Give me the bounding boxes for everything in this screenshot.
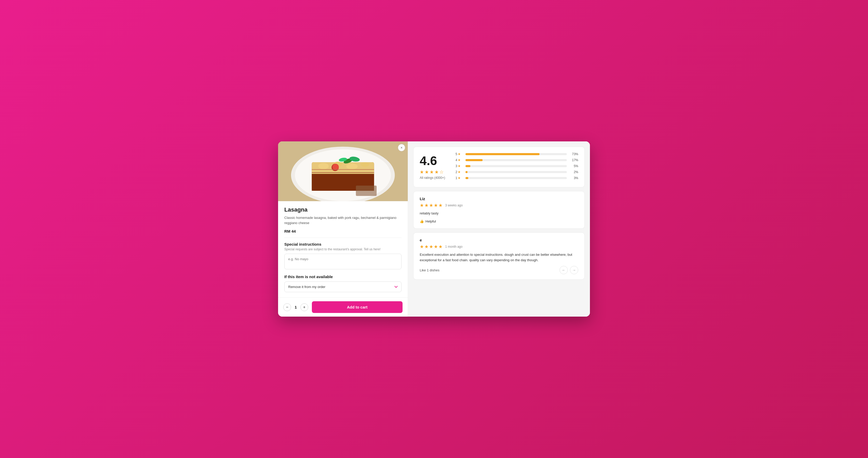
- svg-rect-18: [356, 186, 377, 196]
- food-image-wrapper: ×: [278, 142, 408, 201]
- bar-fill-5: [465, 153, 539, 155]
- bar-star-5: ★: [458, 152, 461, 156]
- bar-fill-4: [465, 159, 483, 161]
- bar-star-1: ★: [458, 176, 461, 180]
- svg-point-6: [318, 163, 329, 169]
- unavailable-label: If this item is not available: [284, 274, 402, 279]
- divider-1: [284, 238, 402, 238]
- star-2: ★: [425, 169, 429, 175]
- bar-track-2: [465, 171, 567, 173]
- bar-label-1: 1★: [456, 176, 463, 180]
- bar-row-5: 5★ 73%: [456, 152, 578, 156]
- increment-button[interactable]: +: [301, 303, 308, 311]
- special-instructions-sublabel: Special requests are subject to the rest…: [284, 247, 402, 251]
- like-text-2: Like 1 dishes: [420, 268, 439, 272]
- bar-label-2: 2★: [456, 170, 463, 174]
- quantity-value: 1: [294, 305, 298, 309]
- bar-star-2: ★: [458, 170, 461, 174]
- helpful-button-1[interactable]: 👍 Helpful: [420, 219, 436, 223]
- add-to-cart-button[interactable]: Add to cart: [312, 301, 403, 313]
- star-3: ★: [430, 169, 434, 175]
- star-1: ★: [420, 169, 424, 175]
- rating-card: 4.6 ★ ★ ★ ★ ☆ All ratings (4000+) 5★ 73%: [413, 147, 585, 187]
- r2-star-2: ★: [424, 244, 429, 249]
- bar-pct-4: 17%: [569, 158, 578, 162]
- unavailable-select[interactable]: Remove it from my order: [284, 281, 402, 292]
- left-content: Lasagna Classic homemade lasagna, baked …: [278, 201, 408, 297]
- dish-description: Classic homemade lasagna, baked with por…: [284, 215, 402, 225]
- rating-count: All ratings (4000+): [420, 176, 445, 180]
- review-text-2: Excellent execution and attention to spe…: [420, 252, 578, 263]
- quantity-control: − 1 +: [283, 303, 308, 311]
- svg-point-9: [361, 162, 369, 167]
- review-meta-2: ★ ★ ★ ★ ★ 1 month ago: [420, 244, 578, 249]
- r1-star-3: ★: [429, 203, 433, 208]
- bar-row-4: 4★ 17%: [456, 158, 578, 162]
- review-actions-2: Like 1 dishes ← →: [420, 266, 578, 274]
- review-stars-1: ★ ★ ★ ★ ★: [420, 203, 442, 208]
- reviewer-name-1: Liz: [420, 196, 578, 201]
- left-panel: × Lasagna Classic homemade lasagna, bake…: [278, 142, 408, 316]
- rating-score: 4.6: [420, 155, 445, 167]
- bar-track-3: [465, 165, 567, 167]
- bar-pct-5: 73%: [569, 152, 578, 156]
- nav-arrows: ← →: [560, 266, 578, 274]
- special-instructions-label: Special instructions: [284, 242, 402, 246]
- r2-star-1: ★: [420, 244, 424, 249]
- review-stars-2: ★ ★ ★ ★ ★: [420, 244, 442, 249]
- review-card-1: Liz ★ ★ ★ ★ ★ 3 weeks ago reliably tasty…: [413, 191, 585, 229]
- bars-section: 5★ 73% 4★ 17% 3★ 5% 2★: [456, 152, 578, 182]
- svg-point-8: [346, 163, 358, 169]
- dish-name: Lasagna: [284, 206, 402, 213]
- review-card-2: e ★ ★ ★ ★ ★ 1 month ago Excellent execut…: [413, 233, 585, 280]
- reviewer-name-2: e: [420, 238, 578, 242]
- bar-track-4: [465, 159, 567, 161]
- bottom-bar: − 1 + Add to cart: [278, 297, 408, 316]
- review-actions-1: 👍 Helpful: [420, 219, 578, 223]
- bar-row-2: 2★ 2%: [456, 170, 578, 174]
- bar-star-3: ★: [458, 164, 461, 168]
- bar-track-5: [465, 153, 567, 155]
- thumbs-up-icon: 👍: [420, 219, 424, 223]
- helpful-label-1: Helpful: [426, 219, 436, 223]
- review-time-2: 1 month ago: [445, 245, 463, 248]
- bar-pct-1: 3%: [569, 176, 578, 180]
- bar-label-3: 3★: [456, 164, 463, 168]
- star-5-half: ☆: [439, 169, 444, 175]
- special-instructions-input[interactable]: [284, 254, 402, 269]
- review-text-1: reliably tasty: [420, 211, 578, 216]
- bar-row-3: 3★ 5%: [456, 164, 578, 168]
- prev-arrow[interactable]: ←: [560, 266, 568, 274]
- food-image: [278, 142, 408, 201]
- bar-label-5: 5★: [456, 152, 463, 156]
- decrement-button[interactable]: −: [283, 303, 291, 311]
- review-time-1: 3 weeks ago: [445, 204, 463, 207]
- star-4: ★: [435, 169, 439, 175]
- modal-container: × Lasagna Classic homemade lasagna, bake…: [278, 142, 590, 316]
- close-button[interactable]: ×: [398, 144, 405, 151]
- r2-star-4: ★: [434, 244, 438, 249]
- r1-star-5: ★: [438, 203, 442, 208]
- bar-fill-2: [465, 171, 467, 173]
- rating-summary: 4.6 ★ ★ ★ ★ ☆ All ratings (4000+): [420, 155, 445, 180]
- bars-container: 5★ 73% 4★ 17% 3★ 5% 2★: [456, 152, 578, 180]
- r2-star-5: ★: [438, 244, 442, 249]
- bar-track-1: [465, 177, 567, 179]
- r1-star-2: ★: [424, 203, 429, 208]
- right-panel: 4.6 ★ ★ ★ ★ ☆ All ratings (4000+) 5★ 73%: [408, 142, 590, 316]
- bar-star-4: ★: [458, 158, 461, 162]
- r2-star-3: ★: [429, 244, 433, 249]
- rating-stars: ★ ★ ★ ★ ☆: [420, 169, 445, 175]
- dish-price: RM 44: [284, 229, 402, 234]
- next-arrow[interactable]: →: [570, 266, 578, 274]
- bar-row-1: 1★ 3%: [456, 176, 578, 180]
- bar-label-4: 4★: [456, 158, 463, 162]
- r1-star-1: ★: [420, 203, 424, 208]
- bar-pct-2: 2%: [569, 170, 578, 174]
- review-meta-1: ★ ★ ★ ★ ★ 3 weeks ago: [420, 203, 578, 208]
- bar-fill-1: [465, 177, 469, 179]
- bar-fill-3: [465, 165, 471, 167]
- svg-point-11: [333, 164, 339, 170]
- r1-star-4: ★: [434, 203, 438, 208]
- bar-pct-3: 5%: [569, 164, 578, 168]
